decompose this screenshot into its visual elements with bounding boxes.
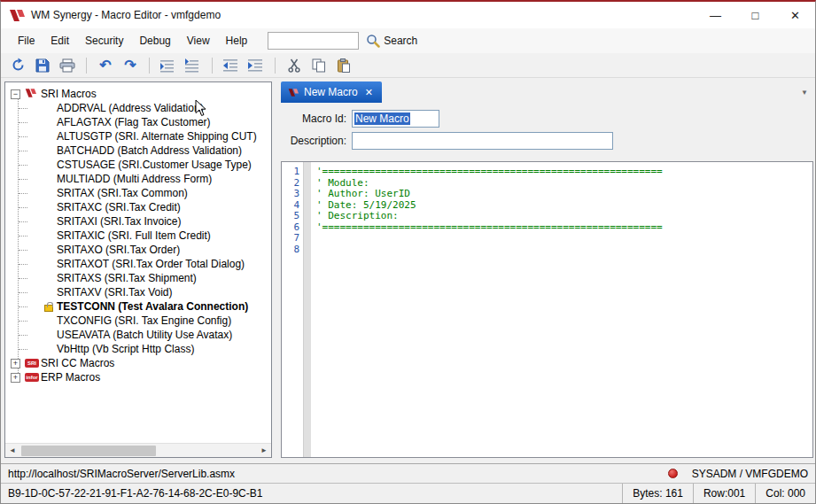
line-indent-icon <box>185 58 201 73</box>
description-input[interactable] <box>352 132 613 150</box>
print-button[interactable] <box>58 56 77 75</box>
indent-decrease-button[interactable] <box>221 56 241 75</box>
undo-icon: ↶ <box>99 58 111 73</box>
toolbar: ↶ ↷ <box>1 53 815 78</box>
tab-label: New Macro <box>304 86 358 98</box>
tree-item-label: SRITAX (SRI.Tax Common) <box>57 187 188 199</box>
connection-status-icon <box>668 469 678 478</box>
tree-item[interactable]: SRITAXO (SRI.Tax Order) <box>5 243 271 257</box>
expand-icon[interactable]: + <box>11 359 20 368</box>
toolbar-separator <box>212 58 213 74</box>
menu-debug[interactable]: Debug <box>131 31 178 50</box>
tree-item-label: BATCHADD (Batch Address Validation) <box>57 144 242 157</box>
toolbar-separator <box>149 58 150 74</box>
tree-item[interactable]: TESTCONN (Test Avalara Connection) <box>5 299 271 314</box>
tree-item-label: SRITAXI (SRI.Tax Invoice) <box>57 215 181 228</box>
tree-item[interactable]: ADDRVAL (Address Validation) <box>5 101 271 115</box>
undo-button[interactable]: ↶ <box>96 56 115 75</box>
tree-item-label: VbHttp (Vb Script Http Class) <box>57 343 194 355</box>
close-button[interactable]: ✕ <box>775 2 815 28</box>
print-icon <box>59 58 75 73</box>
tree-root-label: SRI CC Macros <box>41 357 114 369</box>
sri-macros-icon <box>25 88 36 98</box>
refresh-button[interactable] <box>8 56 27 75</box>
copy-button[interactable] <box>309 56 329 75</box>
tree-item-label: TESTCONN (Test Avalara Connection) <box>57 300 248 313</box>
tab-list-dropdown-icon[interactable]: ▼ <box>801 89 808 97</box>
redo-button[interactable]: ↷ <box>120 56 140 75</box>
tree-horizontal-scrollbar[interactable]: ◄ ► <box>5 443 271 457</box>
code-area[interactable]: '=======================================… <box>311 162 812 457</box>
tab-bar: New Macro ✕ ▼ <box>281 81 813 103</box>
tree-item-label: SRITAXIC (SRI. Full Item Credit) <box>57 229 211 242</box>
menu-edit[interactable]: Edit <box>43 31 77 50</box>
tree-item[interactable]: SRITAX (SRI.Tax Common) <box>5 186 271 200</box>
tree-item[interactable]: CSTUSAGE (SRI.Customer Usage Type) <box>5 158 271 172</box>
refresh-icon <box>11 58 26 73</box>
tree-item[interactable]: SRITAXIC (SRI. Full Item Credit) <box>5 229 271 243</box>
status-bar-lower: B9-1D-0C-57-22-21-91-F1-A2-76-14-68-2C-E… <box>1 483 815 503</box>
tab-close-icon[interactable]: ✕ <box>365 87 373 98</box>
line-indent-button[interactable] <box>183 56 203 75</box>
search-button[interactable]: Search <box>366 34 417 48</box>
tree-root-erp-macros[interactable]: +inforERP Macros <box>5 370 271 384</box>
code-line <box>316 244 812 256</box>
tree-item-label: SRITAXS (SRI.Tax Shipment) <box>57 272 197 284</box>
editor-panel: New Macro ✕ ▼ Macro Id: New Macro Descri… <box>281 81 813 458</box>
tree-item[interactable]: ALTUSGTP (SRI. Alternate Shipping CUT) <box>5 129 271 143</box>
indent-decrease-icon <box>223 58 239 73</box>
tree-item-label: ADDRVAL (Address Validation) <box>57 102 204 114</box>
scrollbar-thumb[interactable] <box>21 446 156 456</box>
minimize-button[interactable]: — <box>696 2 735 28</box>
tree-item[interactable]: SRITAXS (SRI.Tax Shipment) <box>5 271 271 285</box>
tree-item[interactable]: BATCHADD (Batch Address Validation) <box>5 143 271 158</box>
tree-item[interactable]: USEAVATA (Batch Utility Use Avatax) <box>5 328 271 342</box>
expand-icon[interactable]: + <box>11 373 20 383</box>
line-number: 2 <box>282 178 303 190</box>
scroll-right-icon[interactable]: ► <box>257 444 271 458</box>
collapse-icon[interactable]: − <box>11 89 20 99</box>
tree-root-label: SRI Macros <box>41 88 97 100</box>
maximize-button[interactable]: □ <box>735 2 775 28</box>
code-editor[interactable]: 12345678 '==============================… <box>281 161 813 458</box>
tree-item-label: ALTUSGTP (SRI. Alternate Shipping CUT) <box>57 130 257 143</box>
tab-new-macro[interactable]: New Macro ✕ <box>281 81 382 103</box>
scrollbar-track[interactable] <box>19 444 257 457</box>
tree-item[interactable]: SRITAXC (SRI.Tax Credit) <box>5 200 271 214</box>
tree-item[interactable]: AFLAGTAX (Flag Tax Customer) <box>5 115 271 129</box>
save-button[interactable] <box>33 56 52 75</box>
menu-security[interactable]: Security <box>77 31 131 50</box>
tree-item-label: TXCONFIG (SRI. Tax Engine Config) <box>57 314 231 327</box>
cut-button[interactable] <box>284 56 304 75</box>
paste-button[interactable] <box>334 56 354 75</box>
tree-item[interactable]: SRITAXI (SRI.Tax Invoice) <box>5 214 271 229</box>
menu-view[interactable]: View <box>179 31 218 50</box>
tree-item[interactable]: VbHttp (Vb Script Http Class) <box>5 342 271 356</box>
tree-item[interactable]: TXCONFIG (SRI. Tax Engine Config) <box>5 314 271 328</box>
tree-item[interactable]: MULTIADD (Multi Address Form) <box>5 172 271 186</box>
menu-help[interactable]: Help <box>218 31 256 50</box>
macro-tree: − SRI Macros ADDRVAL (Address Validation… <box>5 82 271 384</box>
main-area: − SRI Macros ADDRVAL (Address Validation… <box>1 78 815 463</box>
server-url: http://localhost/SRIMacroServer/ServerLi… <box>8 468 235 480</box>
line-number-gutter: 12345678 <box>282 162 303 457</box>
infor-icon: infor <box>25 371 39 382</box>
tree-root-sri-macros[interactable]: − SRI Macros <box>5 87 271 101</box>
tree-item-label: USEAVATA (Batch Utility Use Avatax) <box>57 329 232 341</box>
scroll-left-icon[interactable]: ◄ <box>5 444 19 458</box>
search-input[interactable] <box>268 32 359 50</box>
macro-id-input[interactable]: New Macro <box>352 110 439 128</box>
indent-increase-button[interactable] <box>246 56 266 75</box>
col-indicator: Col: 000 <box>755 484 815 503</box>
tree-item[interactable]: SRITAXV (SRI.Tax Void) <box>5 285 271 299</box>
tree-root-label: ERP Macros <box>41 371 100 384</box>
line-number: 1 <box>282 167 303 178</box>
tree-item[interactable]: SRITAXOT (SRI.Tax Order Total Dialog) <box>5 257 271 271</box>
line-number: 8 <box>282 244 303 256</box>
tree-root-sri-cc-macros[interactable]: +SRISRI CC Macros <box>5 356 271 370</box>
hanging-indent-button[interactable] <box>159 56 178 75</box>
save-icon <box>35 58 50 73</box>
menu-file[interactable]: File <box>10 31 43 50</box>
copy-icon <box>312 58 326 73</box>
menu-bar: FileEditSecurityDebugViewHelp Search <box>1 28 815 53</box>
